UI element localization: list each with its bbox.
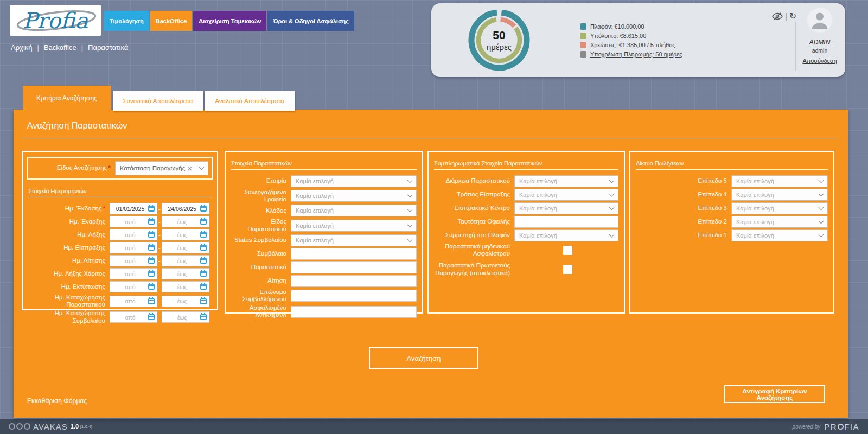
calendar-icon[interactable] xyxy=(148,271,155,277)
nav-button-2[interactable]: BackOffice xyxy=(150,11,192,31)
select-input[interactable]: Καμία επιλογή xyxy=(731,216,828,228)
select-input[interactable]: Καμία επιλογή xyxy=(291,205,417,216)
date-from-input[interactable]: από xyxy=(110,255,157,266)
field-label: Επώνυμο Συμβαλλόμενου xyxy=(231,289,291,303)
avatar[interactable] xyxy=(807,8,832,33)
date-to-input[interactable]: έως xyxy=(162,229,209,240)
legend-label-3[interactable]: Χρεώσεις: €1.385,00 / 5 πλήθος xyxy=(590,42,675,48)
select-input[interactable]: Καμία επιλογή xyxy=(291,220,417,232)
document-section-title: Στοιχεία Παραστατικών xyxy=(231,160,417,170)
calendar-icon[interactable] xyxy=(148,298,155,304)
date-from-input[interactable]: από xyxy=(110,216,157,227)
tab-detailed-results[interactable]: Αναλυτικά Αποτελέσματα xyxy=(205,91,295,111)
select-input[interactable]: Καμία επιλογή xyxy=(514,202,618,214)
date-row: Ημ. Καταχώρησης Παραστατικούαπό-έως xyxy=(28,294,212,308)
checkbox[interactable] xyxy=(563,265,572,274)
text-input[interactable] xyxy=(291,290,417,302)
date-value: από xyxy=(112,219,148,225)
calendar-icon[interactable] xyxy=(200,314,207,320)
breadcrumb-item-1[interactable]: Αρχική xyxy=(11,43,33,52)
clear-form-link[interactable]: Εκκαθάριση Φόρμας xyxy=(27,397,87,405)
clear-x-icon[interactable]: × xyxy=(187,164,192,173)
date-from-input[interactable]: από xyxy=(110,296,157,307)
text-input[interactable] xyxy=(291,306,417,318)
select-input[interactable]: Καμία επιλογή xyxy=(731,175,828,187)
date-row-label: Ημ. Αίτησης xyxy=(28,257,110,264)
text-input[interactable] xyxy=(291,275,417,287)
checkbox[interactable] xyxy=(563,246,572,255)
extra-box: Συμπληρωματικά Στοιχεία Παραστατικών Διά… xyxy=(427,151,625,314)
logout-link[interactable]: Αποσύνδεση xyxy=(802,58,837,64)
date-from-input[interactable]: από xyxy=(110,311,157,323)
date-to-input[interactable]: έως xyxy=(162,216,209,227)
select-value: Καμία επιλογή xyxy=(519,205,605,212)
date-from-input[interactable]: από xyxy=(110,242,157,253)
extra-fields: Διάρκεια ΠαραστατικούΚαμία επιλογήΤρόπος… xyxy=(434,175,618,277)
date-row: Ημ. Αίτησηςαπό-έως xyxy=(28,255,212,266)
date-to-input[interactable]: έως xyxy=(162,311,209,323)
date-value: από xyxy=(112,271,148,277)
icon-separator: | xyxy=(785,12,787,21)
date-value: 24/06/2025 xyxy=(164,206,200,212)
date-value: από xyxy=(112,245,148,251)
calendar-icon[interactable] xyxy=(148,284,155,290)
checkbox-row: Παραστατικά μηδενικού Ασφαλίστρου xyxy=(434,243,618,257)
tab-search-criteria[interactable]: Κριτήρια Αναζήτησης xyxy=(23,86,111,111)
legend-label-4[interactable]: Υποχρέωση Πληρωμής: 50 ημέρες xyxy=(590,51,682,58)
date-to-input[interactable]: έως xyxy=(162,296,209,307)
calendar-icon[interactable] xyxy=(148,314,155,320)
calendar-icon[interactable] xyxy=(200,206,207,212)
eye-slash-icon[interactable] xyxy=(772,12,783,21)
calendar-icon[interactable] xyxy=(200,298,207,304)
date-value: από xyxy=(112,284,148,290)
date-to-input[interactable]: έως xyxy=(162,281,209,292)
nav-button-3[interactable]: Διαχείριση Ταμειακών xyxy=(193,11,266,31)
date-to-input[interactable]: 24/06/2025 xyxy=(162,203,209,214)
breadcrumb-item-2[interactable]: Backoffice xyxy=(44,43,76,52)
copy-criteria-button[interactable]: Αντιγραφή Κριτηρίων Αναζήτησης xyxy=(724,385,825,403)
calendar-icon[interactable] xyxy=(148,232,155,238)
date-from-input[interactable]: 01/01/2025 xyxy=(110,203,157,214)
date-from-input[interactable]: από xyxy=(110,268,157,279)
select-value: Καμία επιλογή xyxy=(296,237,404,244)
calendar-icon[interactable] xyxy=(200,258,207,264)
select-input[interactable]: Καμία επιλογή xyxy=(731,202,828,214)
calendar-icon[interactable] xyxy=(200,232,207,238)
search-type-select[interactable]: Κατάσταση Παραγωγής × xyxy=(115,161,208,175)
select-input[interactable]: Καμία επιλογή xyxy=(514,229,618,241)
date-value: έως xyxy=(164,245,200,251)
breadcrumb-item-3[interactable]: Παραστατικά xyxy=(88,43,128,52)
calendar-icon[interactable] xyxy=(200,284,207,290)
text-input[interactable] xyxy=(514,216,618,228)
select-input[interactable]: Καμία επιλογή xyxy=(291,190,417,202)
calendar-icon[interactable] xyxy=(148,245,155,251)
search-button[interactable]: Αναζήτηση xyxy=(369,347,478,369)
nav-button-4[interactable]: Όροι & Οδηγοί Ασφάλισης xyxy=(267,11,354,31)
profia-logo[interactable]: Profia xyxy=(10,5,101,36)
date-to-input[interactable]: έως xyxy=(162,268,209,279)
text-input[interactable] xyxy=(291,248,417,260)
select-input[interactable]: Καμία επιλογή xyxy=(514,189,618,201)
calendar-icon[interactable] xyxy=(200,245,207,251)
legend-swatch xyxy=(580,33,586,39)
calendar-icon[interactable] xyxy=(148,206,155,212)
donut-center-label: ημέρες xyxy=(487,42,512,52)
calendar-icon[interactable] xyxy=(200,219,207,225)
refresh-icon[interactable]: ↻ xyxy=(789,12,796,21)
nav-button-1[interactable]: Τιμολόγηση xyxy=(104,11,149,31)
select-input[interactable]: Καμία επιλογή xyxy=(514,175,618,187)
text-input[interactable] xyxy=(291,261,417,273)
tab-summary-results[interactable]: Συνοπτικά Αποτελέσματα xyxy=(113,91,203,111)
date-from-input[interactable]: από xyxy=(110,281,157,292)
date-range-group: από-έως xyxy=(110,229,212,240)
select-input[interactable]: Καμία επιλογή xyxy=(731,229,828,241)
calendar-icon[interactable] xyxy=(200,271,207,277)
calendar-icon[interactable] xyxy=(148,258,155,264)
date-to-input[interactable]: έως xyxy=(162,255,209,266)
select-input[interactable]: Καμία επιλογή xyxy=(291,175,417,187)
date-from-input[interactable]: από xyxy=(110,229,157,240)
calendar-icon[interactable] xyxy=(148,219,155,225)
select-input[interactable]: Καμία επιλογή xyxy=(291,234,417,246)
select-input[interactable]: Καμία επιλογή xyxy=(731,189,828,201)
date-to-input[interactable]: έως xyxy=(162,242,209,253)
